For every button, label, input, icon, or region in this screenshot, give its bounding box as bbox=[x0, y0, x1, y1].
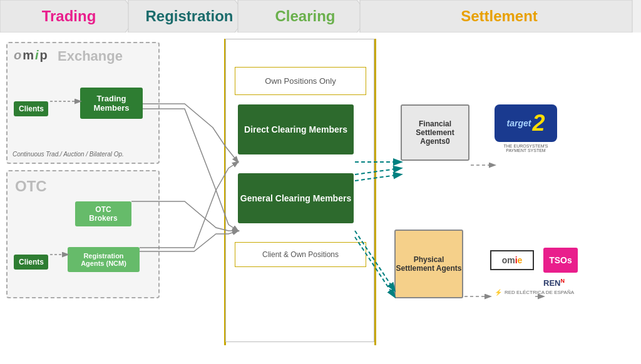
continuous-text: Continuous Trad./ Auction / Bilateral Op… bbox=[13, 151, 124, 158]
otc-label: OTC bbox=[15, 178, 47, 195]
exchange-label: Exchange bbox=[58, 48, 123, 64]
ren-logo: RENN bbox=[543, 278, 565, 288]
tsos-box: TSOs bbox=[543, 248, 578, 273]
clearing-header: Clearing bbox=[244, 0, 366, 33]
yellow-line-right bbox=[374, 39, 376, 345]
otc-box: OTC bbox=[6, 170, 160, 298]
omip-logo-i: i bbox=[35, 48, 39, 63]
clients-otc-button: Clients bbox=[14, 255, 48, 270]
own-positions-box: Own Positions Only bbox=[235, 67, 366, 95]
client-own-box: Client & Own Positions bbox=[235, 242, 366, 267]
clients-exchange-button: Clients bbox=[14, 101, 48, 116]
omip-logo-m: m bbox=[23, 48, 34, 63]
target2-subtitle: THE EUROSYSTEM'S PAYMENT SYSTEM bbox=[495, 144, 557, 153]
reg-agents-button: Registration Agents (NCM) bbox=[68, 247, 140, 272]
direct-clearing-box: Direct Clearing Members bbox=[238, 104, 354, 154]
main-content: o m i p Exchange Continuous Trad./ Aucti… bbox=[0, 33, 641, 364]
red-electrica-text: ⚡ RED ELÉCTRICA DE ESPAÑA bbox=[495, 289, 574, 296]
target2-logo: target 2 bbox=[495, 104, 557, 142]
omie-logo-box: omie bbox=[490, 250, 534, 270]
trading-members-button: Trading Members bbox=[80, 88, 143, 119]
general-clearing-box: General Clearing Members bbox=[238, 173, 354, 223]
settlement-header: Settlement bbox=[366, 0, 632, 33]
physical-settlement-box: Physical Settlement Agents bbox=[394, 230, 463, 298]
financial-settlement-box: Financial Settlement Agents0 bbox=[401, 104, 469, 161]
header-banner: Trading Registration Clearing Settlement bbox=[0, 0, 641, 33]
omip-logo-p: p bbox=[40, 48, 48, 63]
registration-header: Registration bbox=[131, 0, 247, 33]
trading-header: Trading bbox=[0, 0, 138, 33]
otc-brokers-button: OTC Brokers bbox=[75, 201, 131, 226]
omip-logo-o: o bbox=[14, 48, 21, 63]
